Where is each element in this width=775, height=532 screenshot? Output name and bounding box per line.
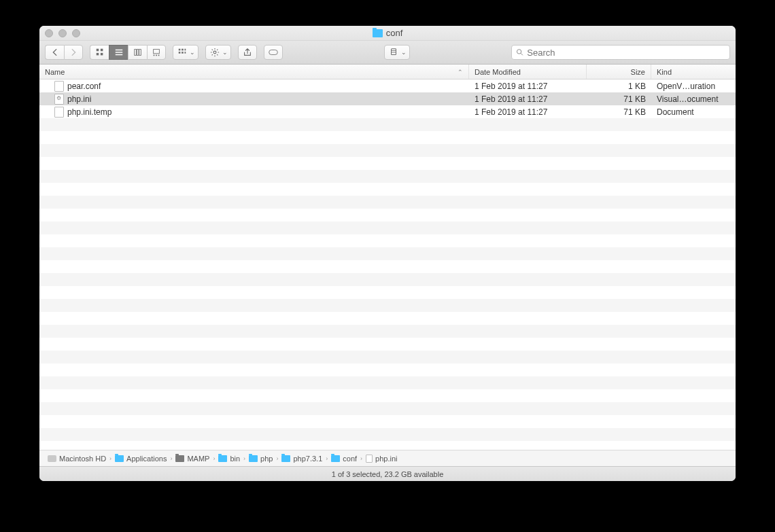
column-name[interactable]: Name ⌃ xyxy=(39,65,469,79)
path-separator-icon: › xyxy=(213,455,215,462)
chevron-left-icon xyxy=(50,48,60,57)
folder-icon xyxy=(218,455,227,462)
file-size: 71 KB xyxy=(587,107,651,117)
gallery-icon xyxy=(152,48,161,57)
group-dropdown[interactable]: ⌄ xyxy=(384,45,410,60)
search-icon xyxy=(516,48,523,56)
path-item[interactable]: php.ini xyxy=(366,455,397,463)
svg-rect-0 xyxy=(96,49,99,52)
share-icon xyxy=(243,48,252,57)
titlebar: conf xyxy=(39,26,736,41)
svg-rect-18 xyxy=(269,50,278,55)
column-headers: Name ⌃ Date Modified Size Kind xyxy=(39,65,736,79)
folder-icon xyxy=(175,455,184,462)
list-background xyxy=(39,79,736,450)
path-item[interactable]: bin xyxy=(218,455,240,463)
svg-rect-2 xyxy=(96,53,99,56)
list-view-button[interactable] xyxy=(109,45,128,60)
path-separator-icon: › xyxy=(109,455,111,462)
svg-rect-1 xyxy=(100,49,103,52)
column-size[interactable]: Size xyxy=(587,65,651,79)
close-icon[interactable] xyxy=(45,29,53,37)
path-label: Macintosh HD xyxy=(59,455,106,463)
icon-view-button[interactable] xyxy=(90,45,109,60)
status-bar: 1 of 3 selected, 23.2 GB available xyxy=(39,466,736,481)
file-icon xyxy=(54,94,64,105)
column-name-label: Name xyxy=(45,68,65,76)
path-item[interactable]: conf xyxy=(331,455,357,463)
svg-point-17 xyxy=(213,51,216,54)
path-item[interactable]: php7.3.1 xyxy=(281,455,322,463)
file-icon xyxy=(366,455,373,463)
tags-button[interactable] xyxy=(264,45,283,60)
grid-icon xyxy=(95,48,105,57)
svg-rect-12 xyxy=(182,49,184,51)
nav-buttons xyxy=(45,45,83,60)
stack-icon xyxy=(389,48,398,57)
svg-rect-6 xyxy=(139,50,141,56)
search-field[interactable] xyxy=(511,45,730,60)
folder-icon xyxy=(373,29,383,37)
file-row[interactable]: pear.conf1 Feb 2019 at 11:271 KBOpenV…ur… xyxy=(39,79,736,92)
file-name: php.ini.temp xyxy=(67,107,111,117)
file-list[interactable]: pear.conf1 Feb 2019 at 11:271 KBOpenV…ur… xyxy=(39,79,736,450)
path-label: conf xyxy=(343,455,357,463)
file-name: pear.conf xyxy=(67,82,101,91)
column-view-button[interactable] xyxy=(128,45,147,60)
columns-icon xyxy=(133,48,143,57)
svg-rect-9 xyxy=(156,55,157,56)
path-item[interactable]: php xyxy=(249,455,273,463)
chevron-down-icon: ⌄ xyxy=(401,49,407,56)
file-date: 1 Feb 2019 at 11:27 xyxy=(469,82,587,91)
window-title: conf xyxy=(39,28,736,38)
folder-icon xyxy=(331,455,340,462)
file-size: 1 KB xyxy=(587,82,651,91)
path-separator-icon: › xyxy=(360,455,362,462)
grid-small-icon xyxy=(177,48,187,57)
path-item[interactable]: Macintosh HD xyxy=(48,455,106,463)
svg-point-20 xyxy=(517,50,521,54)
arrange-dropdown[interactable]: ⌄ xyxy=(173,45,199,60)
share-button[interactable] xyxy=(238,45,257,60)
status-text: 1 of 3 selected, 23.2 GB available xyxy=(332,470,444,478)
path-item[interactable]: MAMP xyxy=(175,455,209,463)
path-separator-icon: › xyxy=(326,455,328,462)
drive-icon xyxy=(48,455,56,462)
window-title-text: conf xyxy=(386,28,403,38)
folder-icon xyxy=(249,455,258,462)
gear-icon xyxy=(210,48,220,57)
file-row[interactable]: php.ini1 Feb 2019 at 11:2771 KBVisual…oc… xyxy=(39,92,736,105)
gallery-view-button[interactable] xyxy=(147,45,166,60)
file-row[interactable]: php.ini.temp1 Feb 2019 at 11:2771 KBDocu… xyxy=(39,105,736,118)
column-date[interactable]: Date Modified xyxy=(469,65,587,79)
file-date: 1 Feb 2019 at 11:27 xyxy=(469,107,587,117)
path-label: php xyxy=(260,455,273,463)
tag-icon xyxy=(269,48,278,57)
forward-button[interactable] xyxy=(64,45,83,60)
svg-rect-19 xyxy=(392,49,396,55)
zoom-icon[interactable] xyxy=(72,29,80,37)
file-icon xyxy=(54,107,64,118)
path-separator-icon: › xyxy=(243,455,245,462)
path-bar: Macintosh HD›Applications›MAMP›bin›php›p… xyxy=(39,450,736,466)
svg-rect-7 xyxy=(154,50,160,54)
minimize-icon[interactable] xyxy=(58,29,67,37)
svg-rect-10 xyxy=(158,55,160,56)
path-separator-icon: › xyxy=(276,455,278,462)
column-kind[interactable]: Kind xyxy=(651,65,736,79)
svg-rect-4 xyxy=(134,50,136,56)
search-input[interactable] xyxy=(527,48,725,58)
window-controls xyxy=(45,29,80,37)
chevron-right-icon xyxy=(69,48,78,57)
svg-rect-16 xyxy=(185,52,186,54)
chevron-down-icon: ⌄ xyxy=(222,49,228,56)
file-kind: Visual…ocument xyxy=(651,94,736,104)
toolbar: ⌄ ⌄ ⌄ xyxy=(39,41,736,65)
action-dropdown[interactable]: ⌄ xyxy=(205,45,231,60)
folder-icon xyxy=(281,455,290,462)
path-label: php7.3.1 xyxy=(293,455,322,463)
path-item[interactable]: Applications xyxy=(115,455,167,463)
svg-rect-3 xyxy=(100,53,103,56)
file-name: php.ini xyxy=(67,94,91,104)
back-button[interactable] xyxy=(45,45,64,60)
